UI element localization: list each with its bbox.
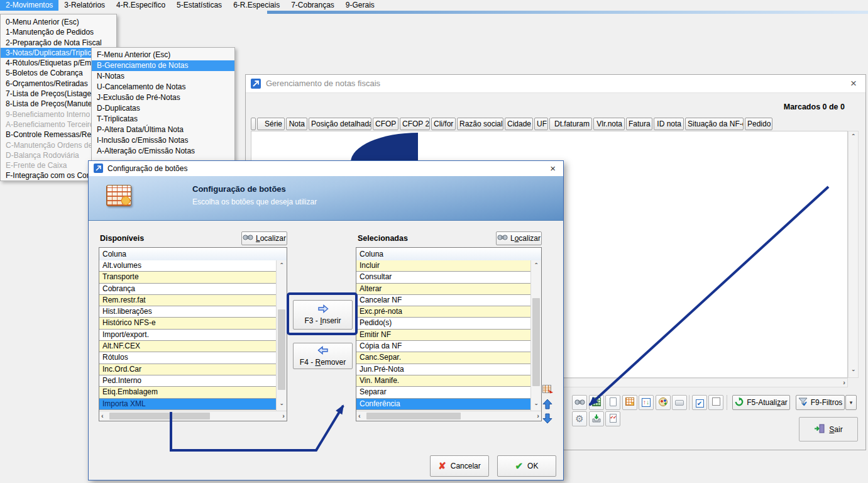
binoculars-button[interactable] [572, 395, 587, 410]
scroll-up-icon[interactable]: ˆ [852, 133, 855, 140]
list-item[interactable]: Vin. Manife. [356, 375, 531, 387]
excel-button[interactable] [589, 395, 604, 410]
submenu-item-0[interactable]: F-Menu Anterior (Esc) [92, 50, 234, 60]
list-item[interactable]: Consultar [356, 272, 531, 283]
list-item[interactable]: Conferência [356, 399, 531, 410]
menubar-item-5[interactable]: 6-R.Especiais [228, 0, 285, 11]
submenu-item-7[interactable]: P-Altera Data/Última Nota [92, 125, 234, 135]
close-icon[interactable]: × [850, 77, 857, 91]
list-item[interactable]: Incluir [356, 260, 531, 272]
list-item[interactable]: Ped.Interno [99, 375, 277, 387]
list-item[interactable]: Import/export. [99, 330, 277, 341]
list-item[interactable]: Alt.volumes [99, 260, 277, 272]
menubar-item-6[interactable]: 7-Cobranças [285, 0, 340, 11]
scroll-down-icon[interactable]: ˇ [280, 402, 283, 410]
scroll-thumb[interactable] [366, 413, 461, 419]
list-item[interactable]: Rem.restr.fat [99, 295, 277, 306]
list-item[interactable]: Transporte [99, 272, 277, 283]
document-button[interactable] [605, 395, 620, 410]
f3-inserir-button[interactable]: F3 - Inserir [293, 300, 353, 330]
gear-button[interactable]: ⚙ [572, 411, 587, 426]
menu-item-2[interactable]: 2-Preparação de Nota Fiscal [1, 38, 116, 48]
list-item[interactable]: Cancelar NF [356, 295, 531, 306]
horizontal-scrollbar[interactable]: ‹ › [356, 411, 541, 421]
scroll-thumb[interactable] [532, 298, 540, 386]
scroll-thumb[interactable] [109, 413, 210, 419]
cancelar-button[interactable]: ✘ Cancelar [430, 455, 489, 477]
checkbox-unchecked-button[interactable] [708, 395, 723, 410]
column-header-cfop[interactable]: CFOP [373, 118, 398, 130]
sort-button[interactable]: ↑↓ [639, 395, 654, 410]
list-item[interactable]: Inc.Ord.Car [99, 364, 277, 375]
column-header-situa-o-da-nf-e[interactable]: Situação da NF-e [685, 118, 744, 130]
move-down-icon[interactable] [542, 413, 554, 425]
submenu-item-6[interactable]: T-Triplicatas [92, 114, 234, 125]
localizar-selected-button[interactable]: Localizar [496, 231, 542, 245]
f9-filtros-button[interactable]: F9-Filtros [796, 395, 845, 410]
scroll-down-icon[interactable]: ˇ [535, 402, 537, 410]
list-item[interactable]: Exc.pré-nota [356, 306, 531, 318]
list-item[interactable]: Etiq.Embalagem [99, 387, 277, 398]
list-item[interactable]: Jun.Pré-Nota [356, 364, 531, 375]
checkbox-checked-button[interactable]: ✔ [692, 395, 707, 410]
submenu-item-2[interactable]: N-Notas [92, 71, 234, 82]
grid-export-icon[interactable] [542, 384, 554, 396]
menubar-item-1[interactable]: 2-Movimentos [0, 0, 58, 11]
move-up-icon[interactable] [542, 399, 554, 410]
list-item[interactable]: Separar [356, 387, 531, 398]
scroll-thumb[interactable] [278, 309, 285, 390]
menu-item-0[interactable]: 0-Menu Anterior (Esc) [1, 17, 116, 27]
scroll-up-icon[interactable]: ˆ [535, 262, 537, 269]
column-header-uf[interactable]: UF [534, 118, 548, 130]
column-header-cidade[interactable]: Cidade [505, 118, 533, 130]
menubar-item-2[interactable]: 3-Relatórios [58, 0, 111, 11]
column-header-nota[interactable]: Nota [286, 118, 307, 130]
f9-dropdown-button[interactable]: ▾ [845, 395, 857, 410]
scroll-right-icon[interactable]: › [282, 412, 285, 419]
list-column-header[interactable]: Coluna [99, 248, 287, 261]
list-item[interactable]: Rótulos [99, 352, 277, 364]
scroll-left-icon[interactable]: ‹ [358, 412, 361, 419]
list-item[interactable]: Cópia da NF [356, 341, 531, 352]
column-header-raz-o-social[interactable]: Razão social [457, 118, 503, 130]
column-header-cfop-2[interactable]: CFOP 2 [400, 118, 430, 130]
list-item[interactable]: Hist.liberações [99, 306, 277, 318]
list-item[interactable]: Alterar [356, 284, 531, 295]
menubar-item-3[interactable]: 4-R.Específico [111, 0, 171, 11]
f4-remover-button[interactable]: F4 - Remover [293, 343, 353, 369]
list-item[interactable]: Emitir NF [356, 330, 531, 341]
scroll-down-icon[interactable]: ˇ [852, 369, 855, 376]
submenu-item-9[interactable]: A-Alteração c/Emissão Notas [92, 146, 234, 157]
list-column-header[interactable]: Coluna [356, 248, 541, 261]
column-header-posi-o-detalhada[interactable]: Posição detalhada [309, 118, 371, 130]
palette-button[interactable] [656, 395, 671, 410]
list-item[interactable]: Importa XML [99, 399, 277, 410]
vertical-scrollbar[interactable]: ˆ ˇ [530, 260, 541, 411]
menu-item-1[interactable]: 1-Manutenção de Pedidos [1, 27, 116, 37]
import-button[interactable] [589, 411, 604, 426]
column-header-pedido[interactable]: Pedido [745, 118, 772, 130]
vertical-scrollbar[interactable]: ˆ ˇ [848, 131, 859, 378]
menubar-item-4[interactable]: 5-Estatísticas [171, 0, 228, 11]
table-hand-button[interactable] [622, 395, 637, 410]
scroll-up-icon[interactable]: ˆ [280, 262, 283, 269]
column-header-dt-faturam[interactable]: Dt.faturam [549, 118, 592, 130]
close-icon[interactable]: × [550, 162, 556, 175]
column-header-id-nota[interactable]: ID nota [654, 118, 684, 130]
column-header-cli-for[interactable]: Cli/for [431, 118, 456, 130]
list-item[interactable]: Alt.NF.CEX [99, 341, 277, 352]
column-header-vlr-nota[interactable]: Vlr.nota [593, 118, 625, 130]
submenu-item-5[interactable]: D-Duplicatas [92, 103, 234, 114]
sair-button[interactable]: Sair [799, 417, 858, 441]
menubar-item-7[interactable]: 9-Gerais [340, 0, 380, 11]
submenu-item-4[interactable]: J-Exclusão de Pré-Notas [92, 92, 234, 103]
list-item[interactable]: Canc.Separ. [356, 352, 531, 364]
column-header-blank[interactable] [251, 118, 256, 130]
checklist-button[interactable]: ✔✔ [605, 411, 620, 426]
vertical-scrollbar[interactable]: ˆ ˇ [276, 260, 287, 411]
list-item[interactable]: Histórico NFS-e [99, 318, 277, 329]
submenu-item-3[interactable]: U-Cancelamento de Notas [92, 82, 234, 92]
submenu-item-1[interactable]: B-Gerenciamento de Notas [92, 60, 234, 71]
f5-atualizar-button[interactable]: F5-Atualizar [732, 395, 790, 410]
list-item[interactable]: Cobrança [99, 284, 277, 295]
